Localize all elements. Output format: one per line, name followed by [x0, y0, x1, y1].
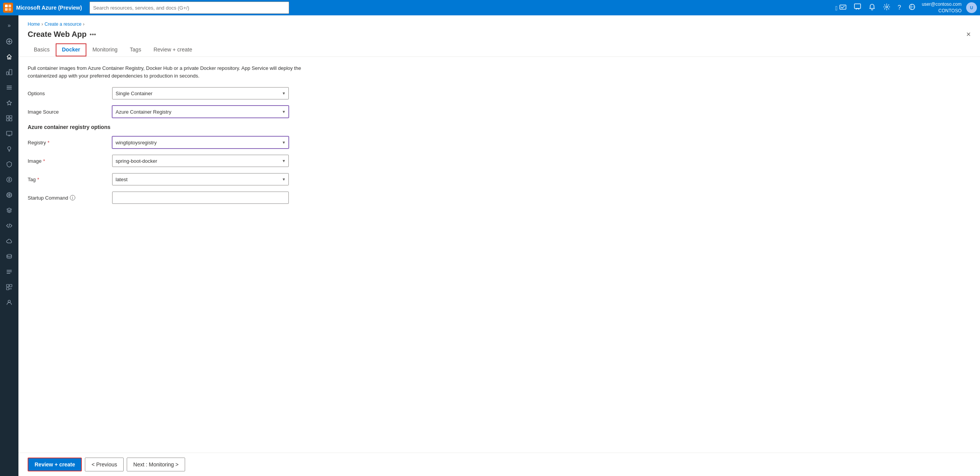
review-create-button[interactable]: Review + create	[28, 458, 82, 471]
svg-rect-21	[7, 288, 9, 290]
topbar: Microsoft Azure (Preview)  ? user@conto…	[0, 0, 980, 15]
options-form-row: Options Single ContainerDocker Compose (…	[28, 87, 971, 99]
sidebar-item-home[interactable]	[0, 49, 18, 64]
registry-section-title: Azure container registry options	[28, 124, 971, 130]
sidebar-item-all-services[interactable]	[0, 80, 18, 95]
svg-rect-0	[5, 5, 8, 7]
image-source-select[interactable]: Azure Container RegistryDocker HubPrivat…	[112, 106, 289, 118]
panel-title-row: Create Web App ••• ×	[28, 30, 971, 39]
options-label: Options	[28, 91, 112, 96]
sidebar-item-cost[interactable]	[0, 172, 18, 187]
content-area: Home › Create a resource › Create Web Ap…	[18, 15, 980, 476]
sidebar: »	[0, 15, 18, 476]
sidebar-item-network[interactable]	[0, 187, 18, 203]
registry-select[interactable]: wingtiptoysregistry	[112, 136, 289, 149]
breadcrumb-create-resource[interactable]: Create a resource	[45, 21, 81, 27]
sidebar-item-extensions[interactable]	[0, 279, 18, 295]
sidebar-item-dashboard[interactable]	[0, 64, 18, 80]
topbar-icons:  ? user@contoso.com CONTOSO U	[834, 1, 977, 14]
image-form-row: Image * spring-boot-docker	[28, 155, 971, 167]
tab-review-create[interactable]: Review + create	[147, 43, 199, 56]
sidebar-item-monitor[interactable]	[0, 126, 18, 141]
svg-rect-1	[8, 5, 11, 7]
portal-icon[interactable]	[907, 2, 917, 13]
svg-rect-5	[854, 4, 861, 8]
sidebar-item-list[interactable]	[0, 264, 18, 279]
tag-form-row: Tag * latest	[28, 173, 971, 185]
tab-docker[interactable]: Docker	[56, 43, 86, 56]
image-source-form-row: Image Source Azure Container RegistryDoc…	[28, 106, 971, 118]
sidebar-item-grid[interactable]	[0, 111, 18, 126]
brand-icon	[3, 3, 13, 13]
startup-info-icon[interactable]: i	[70, 195, 75, 200]
image-select-wrapper: spring-boot-docker	[112, 155, 289, 167]
sidebar-item-sql[interactable]	[0, 249, 18, 264]
tag-label: Tag *	[28, 177, 112, 182]
search-input[interactable]	[89, 2, 289, 14]
feedback-icon[interactable]	[853, 2, 862, 13]
sidebar-item-person[interactable]	[0, 295, 18, 310]
svg-point-22	[8, 300, 10, 302]
tag-required-star: *	[37, 177, 39, 182]
svg-rect-20	[10, 284, 12, 287]
sidebar-item-security[interactable]	[0, 157, 18, 172]
svg-rect-3	[8, 8, 11, 11]
panel-close-button[interactable]: ×	[966, 30, 971, 39]
help-icon[interactable]: ?	[896, 3, 903, 13]
svg-point-18	[7, 255, 12, 256]
panel-header: Home › Create a resource › Create Web Ap…	[18, 15, 980, 57]
svg-rect-11	[7, 116, 9, 118]
image-source-label: Image Source	[28, 109, 112, 115]
panel-footer: Review + create < Previous Next : Monito…	[18, 453, 980, 476]
image-required-star: *	[43, 158, 45, 164]
page-title: Create Web App	[28, 30, 86, 39]
tag-select-wrapper: latest	[112, 173, 289, 185]
sidebar-item-code[interactable]	[0, 218, 18, 233]
tab-tags[interactable]: Tags	[124, 43, 147, 56]
registry-required-star: *	[48, 140, 50, 145]
sidebar-item-advisor[interactable]	[0, 141, 18, 157]
sidebar-item-cloud[interactable]	[0, 233, 18, 249]
sidebar-collapse-button[interactable]: »	[0, 18, 18, 34]
image-source-select-wrapper: Azure Container RegistryDocker HubPrivat…	[112, 106, 289, 118]
registry-select-wrapper: wingtiptoysregistry	[112, 136, 289, 149]
breadcrumb-home[interactable]: Home	[28, 21, 40, 27]
next-button[interactable]: Next : Monitoring >	[127, 458, 185, 471]
image-label: Image *	[28, 158, 112, 164]
breadcrumb: Home › Create a resource ›	[28, 21, 971, 27]
sidebar-item-layers[interactable]	[0, 203, 18, 218]
avatar[interactable]: U	[966, 2, 977, 13]
options-select[interactable]: Single ContainerDocker Compose (Preview)	[112, 87, 289, 99]
user-tenant: CONTOSO	[922, 8, 962, 14]
svg-rect-19	[7, 284, 9, 287]
startup-command-input-wrapper	[112, 192, 289, 204]
search-container	[89, 2, 289, 14]
panel-body: Pull container images from Azure Contain…	[18, 57, 980, 453]
svg-rect-14	[10, 119, 12, 121]
sidebar-item-create[interactable]	[0, 34, 18, 49]
svg-rect-15	[7, 131, 12, 135]
tab-monitoring[interactable]: Monitoring	[86, 43, 124, 56]
svg-point-6	[886, 6, 887, 8]
settings-icon[interactable]	[882, 2, 892, 13]
cloud-shell-icon[interactable]: 	[834, 2, 848, 13]
startup-command-label: Startup Command i	[28, 195, 112, 201]
tag-select[interactable]: latest	[112, 173, 289, 185]
docker-description: Pull container images from Azure Contain…	[28, 64, 319, 79]
breadcrumb-sep2: ›	[83, 21, 84, 27]
sidebar-item-favorites[interactable]	[0, 95, 18, 111]
tab-basics[interactable]: Basics	[28, 43, 56, 56]
main-layout: »	[0, 15, 980, 476]
previous-button[interactable]: < Previous	[85, 458, 124, 471]
user-info[interactable]: user@contoso.com CONTOSO	[922, 1, 962, 14]
startup-command-form-row: Startup Command i	[28, 192, 971, 204]
startup-command-input[interactable]	[112, 192, 289, 204]
notifications-icon[interactable]	[867, 2, 877, 13]
svg-rect-10	[9, 69, 12, 75]
panel-menu-icon[interactable]: •••	[89, 31, 96, 38]
svg-rect-13	[7, 119, 9, 121]
svg-rect-9	[7, 72, 8, 75]
image-select[interactable]: spring-boot-docker	[112, 155, 289, 167]
breadcrumb-sep1: ›	[41, 21, 43, 27]
brand-text: Microsoft Azure (Preview)	[16, 5, 82, 11]
